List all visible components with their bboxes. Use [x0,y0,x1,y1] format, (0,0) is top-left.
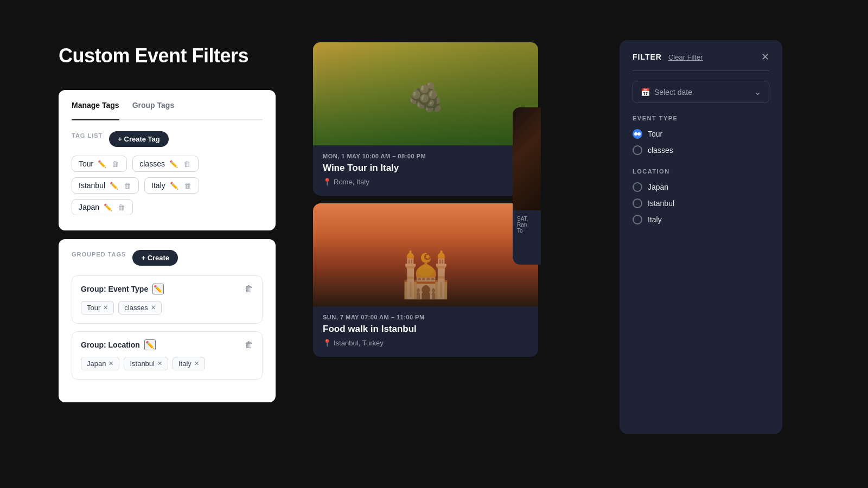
group-event-type-header: Group: Event Type ✏️ 🗑 [81,284,253,294]
close-filter-button[interactable]: ✕ [761,51,769,63]
location-pin-icon: 📍 [323,178,331,186]
edit-tour-button[interactable]: ✏️ [97,160,107,168]
tag-label-japan: Japan [79,203,99,211]
radio-classes-label: classes [648,146,673,155]
edit-group-event-type-button[interactable]: ✏️ [152,284,164,294]
radio-italy-indicator [633,215,642,224]
radio-tour[interactable]: Tour [633,129,769,139]
create-group-button[interactable]: + Create [132,250,178,266]
create-tag-button[interactable]: + Create Tag [109,131,168,147]
partial-event-date: SAT, [517,216,537,222]
group-event-type: Group: Event Type ✏️ 🗑 Tour ✕ classes ✕ [72,275,263,324]
radio-japan-indicator [633,182,642,192]
event-type-section-label: EVENT TYPE [633,115,769,121]
partial-event-location: To [517,228,537,234]
location-section-label: LOCATION [633,168,769,175]
radio-italy[interactable]: Italy [633,215,769,224]
group-tag-tour-label: Tour [87,304,100,312]
group-tag-italy-label: Italy [178,359,192,368]
event-info-food-walk: SUN, 7 MAY 07:00 AM – 11:00 PM Food walk… [313,306,538,357]
radio-istanbul-indicator [633,198,642,208]
delete-group-location-button[interactable]: 🗑 [245,340,253,350]
group-tag-italy[interactable]: Italy ✕ [173,357,205,370]
radio-classes-indicator [633,145,642,155]
tag-label-classes: classes [139,159,165,168]
date-select-dropdown[interactable]: 📅 Select date ⌄ [633,81,769,103]
event-card-food-walk[interactable]: SUN, 7 MAY 07:00 AM – 11:00 PM Food walk… [313,203,538,357]
date-placeholder: Select date [654,88,692,97]
group-event-type-title: Group: Event Type ✏️ [81,284,164,294]
event-title-food-walk: Food walk in Istanbul [323,324,528,335]
edit-italy-button[interactable]: ✏️ [169,182,180,190]
tag-chip-istanbul: Istanbul ✏️ 🗑 [72,177,139,194]
manage-tags-card: Manage Tags Group Tags TAG LIST + Create… [59,90,276,230]
radio-japan-label: Japan [648,183,668,191]
tag-list-label: TAG LIST [72,132,103,139]
radio-japan[interactable]: Japan [633,182,769,192]
group-location-title: Group: Location ✏️ [81,339,156,350]
radio-tour-label: Tour [648,130,662,138]
delete-istanbul-button[interactable]: 🗑 [123,182,132,190]
event-location-wine-tour: 📍 Rome, Italy [323,178,528,186]
event-card-wine-tour[interactable]: MON, 1 MAY 10:00 AM – 08:00 PM Wine Tour… [313,42,538,196]
filter-title: FILTER [633,53,662,61]
event-date-wine-tour: MON, 1 MAY 10:00 AM – 08:00 PM [323,153,528,159]
date-select-left: 📅 Select date [641,88,692,97]
group-location: Group: Location ✏️ 🗑 Japan ✕ Istanbul ✕ … [72,331,263,380]
remove-japan-from-group-icon: ✕ [108,360,113,367]
radio-istanbul[interactable]: Istanbul [633,198,769,208]
remove-italy-from-group-icon: ✕ [194,360,199,367]
event-title-wine-tour: Wine Tour in Italy [323,163,528,174]
event-img-istanbul [313,203,538,306]
tab-manage-tags[interactable]: Manage Tags [72,101,119,120]
delete-tour-button[interactable]: 🗑 [111,160,120,168]
tags-grid: Tour ✏️ 🗑 classes ✏️ 🗑 Istanbul ✏️ 🗑 Ita… [72,156,263,215]
filter-panel: FILTER Clear Filter ✕ 📅 Select date ⌄ EV… [620,40,782,434]
left-panel: Manage Tags Group Tags TAG LIST + Create… [59,90,276,402]
tag-label-tour: Tour [79,159,93,168]
edit-istanbul-button[interactable]: ✏️ [108,182,119,190]
group-location-header: Group: Location ✏️ 🗑 [81,339,253,350]
tag-chip-italy: Italy ✏️ 🗑 [144,177,199,194]
group-tag-classes[interactable]: classes ✕ [118,301,161,314]
edit-japan-button[interactable]: ✏️ [103,203,113,211]
location-radio-group: Japan Istanbul Italy [633,182,769,224]
filter-header: FILTER Clear Filter ✕ [633,51,769,71]
tag-chip-japan: Japan ✏️ 🗑 [72,199,133,215]
group-tag-japan-label: Japan [87,359,106,368]
group-tag-japan[interactable]: Japan ✕ [81,357,119,370]
delete-japan-button[interactable]: 🗑 [117,203,126,211]
tab-row: Manage Tags Group Tags [72,101,263,120]
calendar-icon: 📅 [641,88,650,97]
radio-classes[interactable]: classes [633,145,769,155]
event-date-food-walk: SUN, 7 MAY 07:00 AM – 11:00 PM [323,314,528,320]
tab-group-tags[interactable]: Group Tags [132,101,175,114]
page-title: Custom Event Filters [59,44,248,67]
tag-label-istanbul: Istanbul [79,181,105,190]
group-location-tags: Japan ✕ Istanbul ✕ Italy ✕ [81,357,253,370]
delete-italy-button[interactable]: 🗑 [183,182,192,190]
location-pin-icon-2: 📍 [323,339,331,347]
event-img-vineyard [313,42,538,145]
delete-classes-button[interactable]: 🗑 [182,160,192,168]
group-tag-istanbul-label: Istanbul [130,359,155,368]
edit-classes-button[interactable]: ✏️ [168,160,179,168]
partial-event-img [513,107,541,210]
partial-event-card: SAT, Ran To [513,107,541,265]
clear-filter-button[interactable]: Clear Filter [668,53,703,61]
radio-istanbul-label: Istanbul [648,199,674,208]
delete-group-event-type-button[interactable]: 🗑 [245,284,253,294]
filter-title-row: FILTER Clear Filter [633,53,703,61]
events-area: MON, 1 MAY 10:00 AM – 08:00 PM Wine Tour… [313,40,538,488]
group-tag-istanbul[interactable]: Istanbul ✕ [124,357,168,370]
event-location-food-walk: 📍 Istanbul, Turkey [323,339,528,347]
remove-tour-from-group-icon: ✕ [103,304,108,311]
group-tag-tour[interactable]: Tour ✕ [81,301,114,314]
radio-tour-indicator [633,129,642,139]
edit-group-location-button[interactable]: ✏️ [144,339,156,350]
grouped-tags-header: GROUPED TAGS + Create [72,250,263,266]
grouped-tags-label: GROUPED TAGS [72,251,126,258]
partial-event-info: SAT, Ran To [513,210,541,239]
radio-italy-label: Italy [648,215,662,224]
remove-istanbul-from-group-icon: ✕ [157,360,162,367]
